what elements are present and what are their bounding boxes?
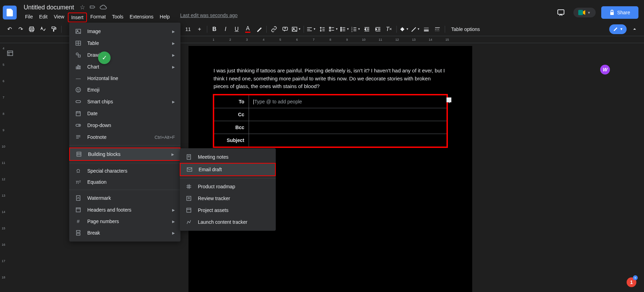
menu-bar: File Edit View Insert Format Tools Exten… [22,13,238,22]
collapse-toolbar-button[interactable] [629,24,640,34]
submenu-review-tracker[interactable]: Review tracker [180,192,276,204]
menu-insert-footnote[interactable]: Footnote Ctrl+Alt+F [69,131,180,143]
menu-insert-chart[interactable]: Chart ▶ [69,61,180,73]
menu-insert-watermark[interactable]: Watermark [69,192,180,204]
svg-rect-78 [77,152,81,156]
watermark-icon [75,195,82,201]
numbered-list-button[interactable]: 123 ▼ [351,24,361,34]
submenu-arrow-icon: ▶ [172,220,175,223]
table-handle[interactable]: ⋮ [446,97,451,102]
email-bcc-field[interactable] [249,121,447,134]
building-blocks-submenu: Meeting notes Email draft Product roadma… [180,148,276,231]
email-to-label: To [214,95,249,108]
menu-insert-emoji[interactable]: Emoji [69,84,180,96]
menu-insert-page-numbers[interactable]: # Page numbers ▶ [69,216,180,227]
menu-insert-table[interactable]: Table ▶ [69,37,180,49]
email-cc-field[interactable] [249,108,447,121]
submenu-email-draft[interactable]: Email draft [180,163,276,176]
link-button[interactable] [269,24,279,34]
menu-format[interactable]: Format [88,13,108,22]
italic-button[interactable]: I [220,24,231,34]
border-color-button[interactable]: ▼ [410,24,420,34]
menu-extensions[interactable]: Extensions [127,13,156,22]
document-text[interactable]: I was just thinking if tattoos are painf… [214,67,447,90]
menu-insert-building-blocks[interactable]: Building blocks ▶ [69,148,180,161]
line-spacing-button[interactable] [317,24,328,34]
spellcheck-button[interactable] [38,24,48,34]
border-style-button[interactable] [432,24,443,34]
checklist-button[interactable]: ▼ [328,24,339,34]
comment-button[interactable] [280,24,290,34]
menu-insert-smartchips[interactable]: Smart chips ▶ [69,96,180,108]
menu-insert-equation[interactable]: π² Equation [69,176,180,188]
svg-point-66 [77,89,78,90]
omega-icon: Ω [75,168,82,174]
bullet-list-button[interactable]: ▼ [339,24,350,34]
menu-edit[interactable]: Edit [37,13,50,22]
print-button[interactable] [26,24,37,34]
email-subject-field[interactable] [249,134,447,147]
align-button[interactable]: ▼ [306,24,316,34]
drawing-icon [75,52,82,58]
undo-button[interactable]: ↶ [4,24,15,34]
submenu-launch-tracker[interactable]: Launch content tracker [180,216,276,228]
menu-insert[interactable]: Insert [68,13,87,22]
paint-format-button[interactable] [49,24,59,34]
submenu-product-roadmap[interactable]: Product roadmap [180,181,276,192]
image-button[interactable]: ▼ [291,24,301,34]
menu-view[interactable]: View [51,13,67,22]
menu-insert-date[interactable]: Date [69,108,180,119]
font-size-select[interactable]: 11 [183,25,194,33]
text-color-button[interactable]: A [243,24,253,34]
cloud-icon[interactable] [100,5,107,10]
indent-increase-button[interactable] [373,24,383,34]
move-icon[interactable] [89,4,96,10]
document-title[interactable]: Untitled document [22,3,75,12]
highlight-button[interactable] [254,24,264,34]
menu-insert-drawing[interactable]: Drawing ▶ [69,49,180,61]
menu-insert-special-chars[interactable]: Ω Special characters [69,165,180,176]
fill-color-button[interactable]: ▼ [399,24,409,34]
lock-icon [610,10,614,15]
indent-decrease-button[interactable] [362,24,372,34]
email-to-field[interactable]: |Type @ to add people [249,95,447,108]
font-size-increase[interactable]: + [194,24,205,34]
submenu-meeting-notes[interactable]: Meeting notes [180,151,276,163]
submenu-arrow-icon: ▶ [172,41,175,45]
border-width-button[interactable] [421,24,432,34]
submenu-project-assets[interactable]: Project assets [180,204,276,216]
menu-file[interactable]: File [22,13,36,22]
menu-insert-image[interactable]: Image ▶ [69,25,180,37]
menu-insert-break[interactable]: Break ▶ [69,227,180,239]
pagenum-icon: # [75,219,82,224]
editing-mode-button[interactable]: ▼ [609,24,627,34]
submenu-arrow-icon: ▶ [172,231,175,235]
meet-button[interactable]: ▼ [573,8,596,17]
svg-point-23 [340,27,341,28]
vertical-ruler[interactable]: 4 5 6 7 8 9 10 11 12 13 14 15 16 17 18 [0,43,7,292]
horizontal-ruler[interactable]: 1 2 3 4 5 6 7 8 9 10 11 12 13 14 15 [188,36,456,43]
redo-button[interactable]: ↷ [15,24,26,34]
bold-button[interactable]: B [209,24,220,34]
last-edit-link[interactable]: Last edit was seconds ago [180,13,238,22]
docs-logo[interactable] [3,6,17,19]
menu-insert-dropdown[interactable]: Drop-down [69,119,180,131]
svg-rect-61 [78,55,80,57]
svg-rect-62 [76,67,77,69]
email-draft-table[interactable]: To |Type @ to add people Cc Bcc Subject [214,95,447,147]
star-icon[interactable]: ☆ [80,3,85,11]
blocks-icon [75,151,82,157]
menu-insert-headers-footers[interactable]: Headers and footers ▶ [69,204,180,216]
menu-insert-hline[interactable]: — Horizontal line [69,73,180,84]
table-options-button[interactable]: Table options [447,24,484,34]
break-icon [75,230,82,236]
comment-history-icon[interactable] [554,6,568,19]
menu-help[interactable]: Help [157,13,172,22]
menu-tools[interactable]: Tools [109,13,126,22]
clear-format-button[interactable]: T✕ [384,24,394,34]
collaborator-avatar[interactable]: W [600,65,610,74]
svg-rect-52 [8,51,13,55]
svg-rect-7 [52,27,55,29]
underline-button[interactable]: U [232,24,242,34]
share-button[interactable]: Share [601,6,638,19]
